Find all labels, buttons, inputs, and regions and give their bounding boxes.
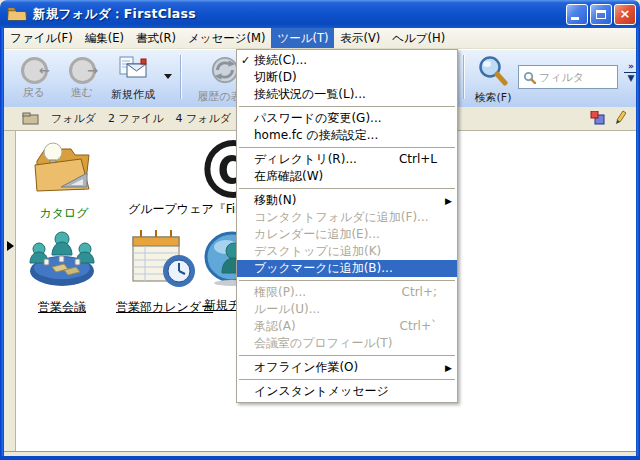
catalog-icon: [31, 139, 97, 197]
pane-expand-arrow-icon[interactable]: [7, 241, 14, 251]
search-icon: [477, 55, 509, 86]
folder-icon: [22, 112, 39, 125]
menu-item-conference-profile[interactable]: 会議室のプロフィール(T): [237, 335, 457, 352]
menu-item-offline-work[interactable]: オフライン作業(O) ▶: [237, 359, 457, 376]
submenu-arrow-icon: ▶: [445, 193, 452, 210]
menu-format[interactable]: 書式(R): [130, 28, 182, 48]
infobar-folder-count: 4 フォルダ: [176, 111, 232, 126]
shortcut-label: Ctrl+;: [402, 284, 437, 301]
back-icon: ←: [21, 57, 48, 84]
toolbar-separator: [463, 55, 464, 99]
menu-message[interactable]: メッセージ(M): [182, 28, 271, 48]
edit-pencil-icon[interactable]: [614, 110, 626, 126]
desktop-item-sales-calendar[interactable]: 営業部カレンダー: [116, 225, 208, 316]
tools-menu: ✓ 接続(C)... 切断(D) 接続状況の一覧(L)... パスワードの変更(…: [236, 49, 458, 403]
menu-separator: [239, 355, 455, 356]
menu-item-rules[interactable]: ルール(U)...: [237, 301, 457, 318]
menu-item-move[interactable]: 移動(N) ▶: [237, 192, 457, 209]
forward-icon: →: [69, 57, 96, 84]
new-message-dropdown-arrow[interactable]: [164, 74, 172, 79]
toolbar-separator: [180, 55, 181, 99]
close-button[interactable]: ×: [614, 4, 636, 25]
window-frame-bottom: [0, 456, 640, 460]
shortcut-label: Ctrl+L: [399, 151, 437, 168]
app-window: 新規フォルダ：FirstClass × ファイル(F) 編集(E) 書式(R) …: [0, 0, 640, 460]
menu-item-permissions[interactable]: 権限(P)... Ctrl+;: [237, 284, 457, 301]
menu-separator: [239, 379, 455, 380]
menu-view[interactable]: 表示(V): [334, 28, 386, 48]
menu-separator: [239, 106, 455, 107]
menu-file[interactable]: ファイル(F): [4, 28, 79, 48]
shortcut-label: Ctrl+`: [400, 318, 437, 335]
submenu-arrow-icon: ▶: [445, 360, 452, 377]
meeting-icon: [26, 229, 98, 291]
check-icon: ✓: [241, 52, 250, 69]
desktop-item-catalog[interactable]: カタログ: [26, 139, 102, 222]
menu-item-add-to-contacts[interactable]: コンタクトフォルダに追加(F)...: [237, 209, 457, 226]
menu-item-disconnect[interactable]: 切断(D): [237, 69, 457, 86]
window-frame-right: [636, 28, 640, 460]
forward-button[interactable]: → 進む: [60, 57, 104, 100]
menu-item-connect[interactable]: ✓ 接続(C)...: [237, 52, 457, 69]
menu-item-add-to-desktop[interactable]: デスクトップに追加(K): [237, 243, 457, 260]
menu-item-change-password[interactable]: パスワードの変更(G)...: [237, 110, 457, 127]
window-folder-icon: [7, 6, 27, 22]
minimize-button[interactable]: [566, 4, 588, 25]
desktop-item-label: 営業部カレンダー: [116, 299, 208, 316]
title-bar[interactable]: 新規フォルダ：FirstClass ×: [0, 0, 640, 28]
maximize-button[interactable]: [590, 4, 612, 25]
filter-magnifier-icon: [523, 71, 536, 84]
infobar-file-count: 2 ファイル: [108, 111, 164, 126]
menu-separator: [239, 280, 455, 281]
menu-item-add-to-bookmarks[interactable]: ブックマークに追加(B)...: [237, 260, 457, 277]
window-title: 新規フォルダ：FirstClass: [33, 6, 196, 23]
infobar-kind: フォルダ: [51, 111, 96, 126]
menu-item-add-to-calendar[interactable]: カレンダーに追加(E)...: [237, 226, 457, 243]
menu-item-connection-status[interactable]: 接続状況の一覧(L)...: [237, 86, 457, 103]
desktop-item-sales-meeting[interactable]: 営業会議: [22, 229, 102, 316]
search-button[interactable]: 検索(F): [470, 55, 516, 105]
filter-field: [518, 65, 618, 89]
menu-item-approval[interactable]: 承認(A) Ctrl+`: [237, 318, 457, 335]
back-button[interactable]: ← 戻る: [12, 57, 56, 100]
menu-tools[interactable]: ツール(T): [271, 28, 334, 48]
menu-help[interactable]: ヘルプ(H): [386, 28, 451, 48]
window-frame-left: [0, 28, 4, 460]
menu-item-homefc-settings[interactable]: home.fc の接続設定...: [237, 127, 457, 144]
desktop-item-label: 営業会議: [22, 299, 102, 316]
view-layout-icon[interactable]: [590, 111, 606, 126]
menu-separator: [239, 147, 455, 148]
menu-item-instant-message[interactable]: インスタントメッセージ: [237, 383, 457, 400]
menu-bar: ファイル(F) 編集(E) 書式(R) メッセージ(M) ツール(T) 表示(V…: [4, 28, 636, 49]
menu-edit[interactable]: 編集(E): [79, 28, 130, 48]
calendar-clock-icon: [125, 225, 199, 291]
new-message-button[interactable]: 新規作成: [104, 55, 162, 102]
filter-input[interactable]: [539, 71, 609, 84]
menu-separator: [239, 188, 455, 189]
split-pane-strip: [4, 131, 16, 451]
menu-item-presence-check[interactable]: 在席確認(W): [237, 168, 457, 185]
desktop-item-label: カタログ: [26, 205, 102, 222]
new-message-icon: [117, 55, 149, 83]
menu-item-directory[interactable]: ディレクトリ(R)... Ctrl+L: [237, 151, 457, 168]
